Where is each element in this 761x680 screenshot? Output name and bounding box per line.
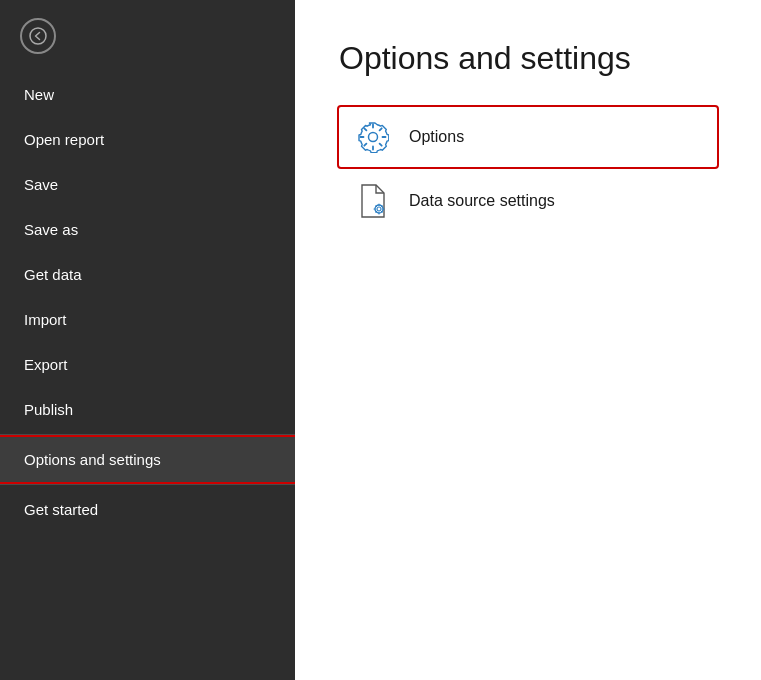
main-content: Options and settings Options [295, 0, 761, 680]
settings-list: Options Data source settings [339, 107, 717, 231]
sidebar-nav: New Open report Save Save as Get data Im… [0, 72, 295, 680]
page-title: Options and settings [339, 40, 717, 77]
back-arrow-icon [29, 27, 47, 45]
options-item[interactable]: Options [339, 107, 717, 167]
options-label: Options [409, 128, 464, 146]
back-button[interactable] [20, 18, 56, 54]
back-button-container[interactable] [0, 0, 295, 72]
svg-point-3 [377, 207, 381, 211]
sidebar-item-save[interactable]: Save [0, 162, 295, 207]
sidebar-item-new[interactable]: New [0, 72, 295, 117]
datasource-icon-container [353, 181, 393, 221]
gear-icon-container [353, 117, 393, 157]
datasource-label: Data source settings [409, 192, 555, 210]
data-source-settings-item[interactable]: Data source settings [339, 171, 717, 231]
sidebar-item-get-started[interactable]: Get started [0, 487, 295, 532]
svg-point-1 [369, 133, 378, 142]
sidebar-item-import[interactable]: Import [0, 297, 295, 342]
datasource-icon [357, 183, 389, 219]
sidebar-item-save-as[interactable]: Save as [0, 207, 295, 252]
sidebar-item-publish[interactable]: Publish [0, 387, 295, 432]
divider-above-options [0, 434, 295, 435]
sidebar: New Open report Save Save as Get data Im… [0, 0, 295, 680]
divider-below-options [0, 484, 295, 485]
sidebar-item-open-report[interactable]: Open report [0, 117, 295, 162]
svg-point-0 [30, 28, 46, 44]
sidebar-item-export[interactable]: Export [0, 342, 295, 387]
sidebar-item-options-and-settings[interactable]: Options and settings [0, 437, 295, 482]
gear-icon [357, 121, 389, 153]
sidebar-item-get-data[interactable]: Get data [0, 252, 295, 297]
